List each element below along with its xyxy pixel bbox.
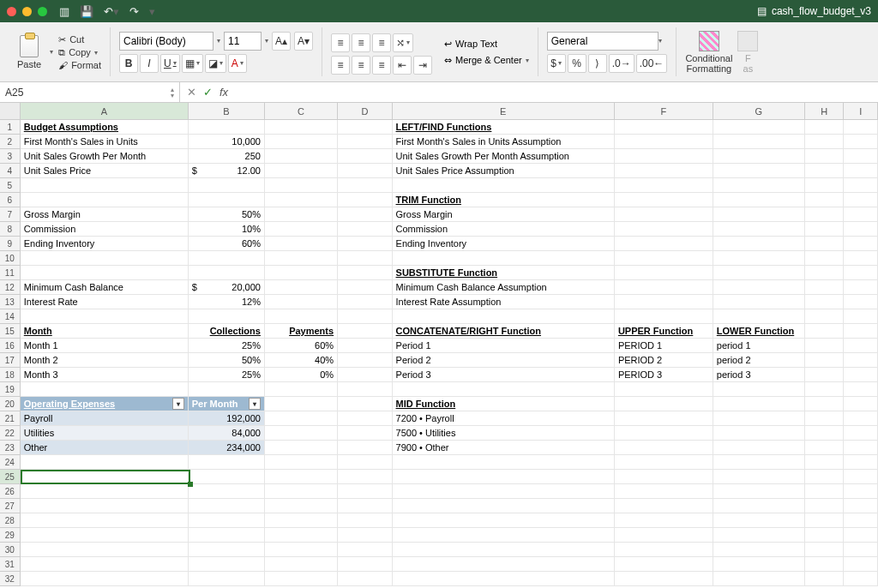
row-header[interactable]: 2 [0, 135, 21, 149]
cell-D8[interactable] [338, 222, 392, 237]
cell-D9[interactable] [338, 237, 392, 251]
cell-A10[interactable] [21, 251, 189, 266]
cell-B25[interactable] [189, 470, 265, 484]
row-header[interactable]: 25 [0, 470, 21, 484]
cell-B29[interactable] [189, 528, 265, 543]
row-header[interactable]: 7 [0, 207, 21, 222]
cell-C27[interactable] [265, 499, 338, 513]
size-caret[interactable]: ▾ [265, 37, 268, 45]
cell-E14[interactable] [393, 309, 615, 324]
row-header[interactable]: 32 [0, 572, 21, 586]
cell-H28[interactable] [805, 513, 845, 528]
cell-I25[interactable] [844, 470, 878, 484]
cell-E3[interactable]: Unit Sales Growth Per Month Assumption [393, 149, 615, 164]
cell-G32[interactable] [713, 572, 805, 586]
cell-A27[interactable] [21, 499, 189, 513]
cell-A17[interactable]: Month 2 [21, 353, 189, 368]
cell-H30[interactable] [805, 543, 845, 557]
cell-H1[interactable] [805, 120, 845, 135]
cell-A28[interactable] [21, 513, 189, 528]
increase-font-icon[interactable]: A▴ [272, 32, 291, 51]
cell-G23[interactable] [713, 441, 805, 455]
font-caret[interactable]: ▾ [217, 37, 220, 45]
cell-A23[interactable]: Other [21, 441, 189, 455]
cell-I29[interactable] [844, 528, 878, 543]
cell-C8[interactable] [265, 222, 338, 237]
cell-I3[interactable] [844, 149, 878, 164]
accept-formula-icon[interactable]: ✓ [203, 86, 213, 99]
cell-I12[interactable] [844, 280, 878, 295]
cell-G26[interactable] [713, 484, 805, 499]
undo-icon[interactable]: ↶▾ [104, 5, 119, 18]
cell-F14[interactable] [615, 309, 713, 324]
formula-input[interactable] [235, 82, 878, 102]
cell-F13[interactable] [615, 295, 713, 309]
cell-G3[interactable] [713, 149, 805, 164]
cell-G4[interactable] [713, 164, 805, 178]
cell-B7[interactable]: 50% [189, 207, 265, 222]
cell-G22[interactable] [713, 426, 805, 441]
cell-C30[interactable] [265, 543, 338, 557]
orientation-icon[interactable]: ⤭▾ [393, 33, 413, 52]
cell-E11[interactable]: SUBSTITUTE Function [393, 266, 615, 280]
cell-I4[interactable] [844, 164, 878, 178]
cut-button[interactable]: ✂Cut [58, 34, 101, 45]
cell-H9[interactable] [805, 237, 845, 251]
format-painter-button[interactable]: 🖌Format [58, 60, 101, 70]
cell-I27[interactable] [844, 499, 878, 513]
cell-B2[interactable]: 10,000 [189, 135, 265, 149]
cell-C12[interactable] [265, 280, 338, 295]
cell-H32[interactable] [805, 572, 845, 586]
cell-B19[interactable] [189, 382, 265, 397]
cell-E27[interactable] [393, 499, 615, 513]
cell-E9[interactable]: Ending Inventory [393, 237, 615, 251]
cell-E4[interactable]: Unit Sales Price Assumption [393, 164, 615, 178]
cell-F30[interactable] [615, 543, 713, 557]
percent-format-button[interactable]: % [568, 54, 586, 73]
cell-D25[interactable] [338, 470, 392, 484]
cell-C23[interactable] [265, 441, 338, 455]
cell-I30[interactable] [844, 543, 878, 557]
row-header[interactable]: 12 [0, 280, 21, 295]
cell-E8[interactable]: Commission [393, 222, 615, 237]
cell-I5[interactable] [844, 178, 878, 193]
cell-G21[interactable] [713, 411, 805, 426]
cell-C21[interactable] [265, 411, 338, 426]
align-bottom-icon[interactable]: ≡ [372, 33, 391, 52]
cancel-formula-icon[interactable]: ✕ [187, 86, 196, 99]
cell-H10[interactable] [805, 251, 845, 266]
cell-H26[interactable] [805, 484, 845, 499]
row-header[interactable]: 24 [0, 455, 21, 470]
cell-G1[interactable] [713, 120, 805, 135]
cell-H7[interactable] [805, 207, 845, 222]
cell-F12[interactable] [615, 280, 713, 295]
cell-F26[interactable] [615, 484, 713, 499]
cell-E6[interactable]: TRIM Function [393, 193, 615, 207]
row-header[interactable]: 10 [0, 251, 21, 266]
cell-G15[interactable]: LOWER Function [713, 324, 805, 339]
cell-B8[interactable]: 10% [189, 222, 265, 237]
customize-qat-icon[interactable]: ▾ [149, 5, 155, 18]
cell-B4[interactable]: $12.00 [189, 164, 265, 178]
cell-C5[interactable] [265, 178, 338, 193]
cell-C14[interactable] [265, 309, 338, 324]
cell-F28[interactable] [615, 513, 713, 528]
borders-button[interactable]: ▦▾ [182, 54, 203, 73]
cell-D29[interactable] [338, 528, 392, 543]
cell-E30[interactable] [393, 543, 615, 557]
cell-C1[interactable] [265, 120, 338, 135]
number-format-select[interactable] [547, 32, 658, 51]
cell-C9[interactable] [265, 237, 338, 251]
close-window-icon[interactable] [7, 7, 16, 16]
cell-E16[interactable]: Period 1 [393, 339, 615, 353]
wrap-text-button[interactable]: ↩Wrap Text [444, 39, 529, 50]
cell-B11[interactable] [189, 266, 265, 280]
cell-A12[interactable]: Minimum Cash Balance [21, 280, 189, 295]
cell-G11[interactable] [713, 266, 805, 280]
cell-G19[interactable] [713, 382, 805, 397]
redo-icon[interactable]: ↷ [129, 5, 139, 18]
cell-D15[interactable] [338, 324, 392, 339]
cell-D5[interactable] [338, 178, 392, 193]
cell-A11[interactable] [21, 266, 189, 280]
cell-F7[interactable] [615, 207, 713, 222]
